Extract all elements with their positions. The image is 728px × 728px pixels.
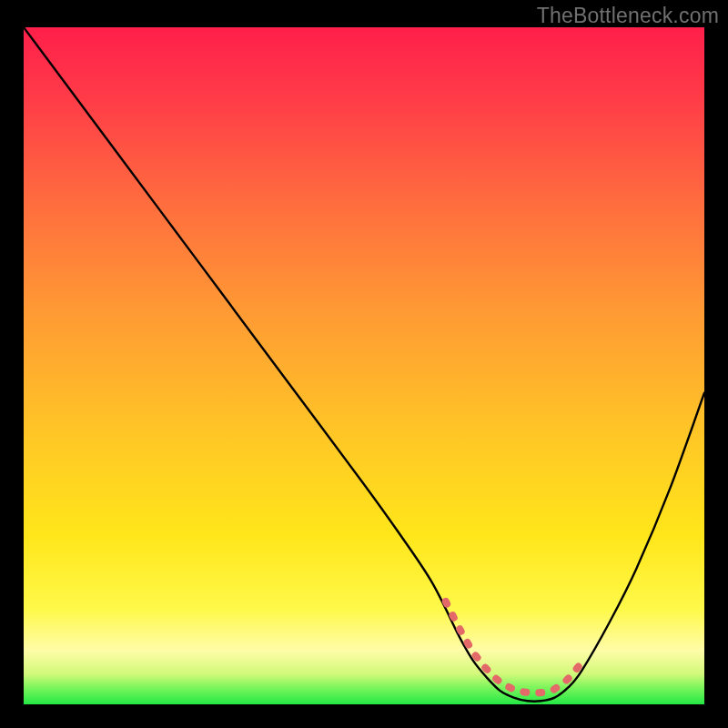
plot-area [24,27,704,704]
gradient-background [24,27,704,704]
chart-container: TheBottleneck.com [0,0,728,728]
attribution-text: TheBottleneck.com [537,4,719,28]
bottleneck-plot-svg [24,27,704,704]
